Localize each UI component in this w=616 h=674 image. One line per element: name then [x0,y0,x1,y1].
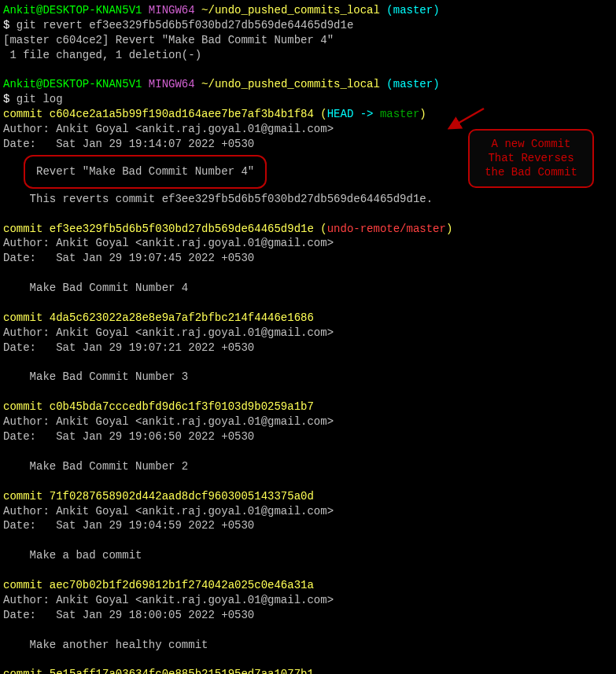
prompt-env: MINGW64 [149,4,195,17]
prompt-env: MINGW64 [149,78,195,90]
highlight-box: Revert "Make Bad Commit Number 4" [24,155,267,189]
prompt-dollar: $ [3,19,17,31]
prompt-host: DESKTOP-KNAN5V1 [42,4,142,17]
blank-line [3,444,613,459]
commit-hash: 71f0287658902d442aad8dcf9603005143375a0d [50,490,314,503]
commit-author: Author: Ankit Goyal <ankit.raj.goyal.01@… [3,504,613,519]
revert-output-2: 1 file changed, 1 deletion(-) [3,48,613,63]
commit-hash: aec70b02b1f2d69812b1f274042a025c0e46a31a [50,579,314,591]
commit-msg: Make another healthy commit [3,638,613,653]
blank-line [3,207,613,222]
prompt-host: DESKTOP-KNAN5V1 [42,78,142,90]
commit-prefix: commit [3,579,50,591]
head-branch: master [380,108,419,120]
prompt-branch: (master) [386,78,439,90]
commit-prefix: commit [3,400,50,413]
commit-ref: undo-remote/master [327,223,446,235]
prompt-dollar: $ [3,93,17,105]
commit-date: Date: Sat Jan 29 19:06:50 2022 +0530 [3,429,613,444]
commit-prefix: commit [3,311,50,324]
commit-msg: Make Bad Commit Number 3 [3,370,613,385]
command-revert: $ git revert ef3ee329fb5d6b5f030bd27db56… [3,18,613,33]
commit-line: commit aec70b02b1f2d69812b1f274042a025c0… [3,578,613,593]
revert-output-1: [master c604ce2] Revert "Make Bad Commit… [3,33,613,48]
blank-line [3,533,613,548]
prompt-user: Ankit [3,78,36,90]
commit-hash: c604ce2a1a5b99f190ad164aee7be7af3b4b1f84 [50,108,314,120]
blank-line [3,266,613,281]
commit-hash: ef3ee329fb5d6b5f030bd27db569de64465d9d1e [50,223,314,235]
prompt-branch: (master) [386,4,439,17]
blank-line [3,474,613,489]
paren-open: ( [314,223,327,235]
blank-line [3,63,613,78]
commit-hash: c0b45bda7cccedbfd9d6c1f3f0103d9b0259a1b7 [50,400,314,413]
prompt-path: ~/undo_pushed_commits_local [201,4,380,17]
commit-author: Author: Ankit Goyal <ankit.raj.goyal.01@… [3,326,613,341]
commit-line: commit 71f0287658902d442aad8dcf960300514… [3,489,613,504]
commit-line: commit 5e15aff17a03634fc0e885b215195ed7a… [3,667,613,674]
commit-line: commit c0b45bda7cccedbfd9d6c1f3f0103d9b0… [3,400,613,414]
commit-date: Date: Sat Jan 29 18:00:05 2022 +0530 [3,608,613,623]
commit-line: commit ef3ee329fb5d6b5f030bd27db569de644… [3,222,613,237]
commit-date: Date: Sat Jan 29 19:07:21 2022 +0530 [3,341,613,355]
prompt-user: Ankit [3,4,36,17]
commit-prefix: commit [3,668,50,674]
commit-prefix: commit [3,223,50,235]
commit-author: Author: Ankit Goyal <ankit.raj.goyal.01@… [3,593,613,608]
paren-close: ) [446,223,452,235]
blank-line [3,563,613,578]
blank-line [3,296,613,311]
blank-line [3,355,613,370]
prompt-line-1: Ankit@DESKTOP-KNAN5V1 MINGW64 ~/undo_pus… [3,3,613,18]
head-label: HEAD -> [327,108,380,120]
annotation-text: A new Commit That Reverses the Bad Commi… [468,129,594,188]
paren-open: ( [314,108,327,120]
commit-msg: Make a bad commit [3,548,613,563]
commit-date: Date: Sat Jan 29 19:04:59 2022 +0530 [3,518,613,533]
paren-close: ) [419,108,426,120]
commit-line: commit 4da5c623022a28e8e9a7af2bfbc214f44… [3,311,613,326]
commit-author: Author: Ankit Goyal <ankit.raj.goyal.01@… [3,414,613,429]
log-cmd-text: git log [17,93,63,105]
commit-msg: Revert "Make Bad Commit Number 4" [36,165,254,178]
commit-prefix: commit [3,108,50,120]
commit-msg: Make Bad Commit Number 2 [3,459,613,474]
commit-date: Date: Sat Jan 29 19:07:45 2022 +0530 [3,251,613,266]
commit-hash: 5e15aff17a03634fc0e885b215195ed7aa1077b1 [50,668,314,674]
blank-line [3,623,613,638]
prompt-path: ~/undo_pushed_commits_local [201,78,380,90]
commit-msg-body: This reverts commit ef3ee329fb5d6b5f030b… [3,192,613,207]
commit-msg: Make Bad Commit Number 4 [3,281,613,296]
commit-hash: 4da5c623022a28e8e9a7af2bfbc214f4446e1686 [50,311,314,324]
svg-line-1 [451,109,484,127]
annotation-callout: A new Commit That Reverses the Bad Commi… [468,105,594,188]
blank-line [3,652,613,667]
blank-line [3,385,613,400]
commit-prefix: commit [3,490,50,503]
revert-cmd-text: git revert ef3ee329fb5d6b5f030bd27db569d… [17,19,353,31]
prompt-line-2: Ankit@DESKTOP-KNAN5V1 MINGW64 ~/undo_pus… [3,77,613,92]
commit-author: Author: Ankit Goyal <ankit.raj.goyal.01@… [3,236,613,251]
